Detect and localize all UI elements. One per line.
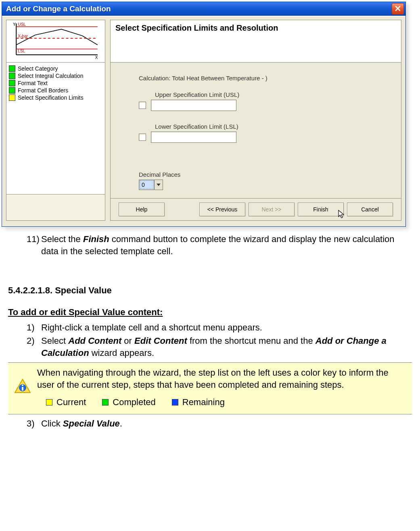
- wizard-step-list: Select Category Select Integral Calculat…: [6, 63, 105, 194]
- svg-text:USL: USL: [18, 22, 26, 27]
- legend-square-icon: [172, 399, 178, 406]
- lsl-input[interactable]: [151, 132, 236, 143]
- previous-button[interactable]: << Previous: [199, 203, 245, 216]
- step-label: Select Integral Calculation: [18, 73, 84, 79]
- step-label: Select Category: [18, 65, 58, 72]
- step-label: Format Text: [18, 80, 48, 86]
- step-1: 1) Right-click a template cell and a sho…: [27, 322, 412, 334]
- usl-label: Upper Specification Limit (USL): [155, 91, 385, 98]
- step-item[interactable]: Select Integral Calculation: [9, 72, 102, 79]
- info-text: When navigating through the wizard, the …: [37, 367, 407, 391]
- wizard-window: Add or Change a Calculation Y X USL: [2, 2, 406, 227]
- status-square-icon: [9, 65, 15, 72]
- step-11: 11) Select the Finish command button to …: [27, 233, 412, 257]
- cursor-icon: [338, 209, 346, 219]
- cancel-button[interactable]: Cancel: [347, 203, 393, 216]
- wizard-right-column: Select Specification Limits and Resoluti…: [110, 20, 401, 221]
- svg-rect-12: [22, 387, 23, 391]
- section-heading: 5.4.2.2.1.8. Special Value: [8, 284, 412, 297]
- info-icon: [14, 378, 31, 396]
- panel-heading: Select Specification Limits and Resoluti…: [110, 20, 401, 63]
- window-title: Add or Change a Calculation: [6, 4, 392, 13]
- close-icon: [395, 4, 401, 13]
- info-callout: When navigating through the wizard, the …: [8, 362, 412, 414]
- panel-body: Calculation: Total Heat Between Temperat…: [110, 63, 401, 199]
- wizard-button-row: Help << Previous Next >> Finish Cancel: [110, 199, 401, 221]
- help-button[interactable]: Help: [119, 203, 165, 216]
- calculation-line: Calculation: Total Heat Between Temperat…: [139, 75, 385, 82]
- status-square-icon: [9, 73, 15, 79]
- lsl-label: Lower Specification Limit (LSL): [155, 123, 385, 130]
- finish-button[interactable]: Finish: [298, 203, 344, 216]
- svg-text:LSL: LSL: [18, 49, 25, 53]
- status-square-icon: [9, 80, 15, 86]
- step-item[interactable]: Select Category: [9, 65, 102, 72]
- next-button: Next >>: [249, 203, 295, 216]
- document-body: 11) Select the Finish command button to …: [0, 228, 420, 443]
- chevron-down-icon: [154, 180, 163, 190]
- titlebar[interactable]: Add or Change a Calculation: [2, 2, 405, 16]
- subheading: To add or edit Special Value content:: [8, 306, 412, 318]
- color-legend: Current Completed Remaining: [46, 396, 407, 408]
- wizard-left-column: Y X USL X-bar LSL: [6, 20, 105, 221]
- lsl-checkbox[interactable]: [139, 134, 146, 141]
- svg-text:X: X: [95, 55, 98, 59]
- decimal-value: 0: [140, 180, 154, 189]
- usl-input[interactable]: [151, 100, 236, 111]
- decimal-label: Decimal Places: [139, 171, 385, 178]
- status-square-icon: [9, 94, 15, 101]
- step-item[interactable]: Format Text: [9, 79, 102, 87]
- svg-point-11: [22, 385, 23, 386]
- close-button[interactable]: [392, 3, 404, 15]
- svg-text:X-bar: X-bar: [18, 34, 28, 38]
- decimal-places-select[interactable]: 0: [139, 180, 163, 190]
- spec-limits-preview: Y X USL X-bar LSL: [6, 20, 105, 63]
- step-item[interactable]: Format Cell Borders: [9, 87, 102, 94]
- step-3: 3) Click Special Value.: [27, 418, 412, 430]
- svg-text:Y: Y: [13, 22, 16, 27]
- legend-square-icon: [46, 399, 52, 406]
- step-label: Select Specification Limits: [18, 94, 84, 101]
- left-bottom-panel: [6, 194, 105, 221]
- step-label: Format Cell Borders: [18, 87, 68, 94]
- step-2: 2) Select Add Content or Edit Content fr…: [27, 335, 412, 359]
- legend-square-icon: [102, 399, 109, 406]
- usl-checkbox[interactable]: [139, 102, 146, 109]
- status-square-icon: [9, 87, 15, 94]
- step-item[interactable]: Select Specification Limits: [9, 94, 102, 101]
